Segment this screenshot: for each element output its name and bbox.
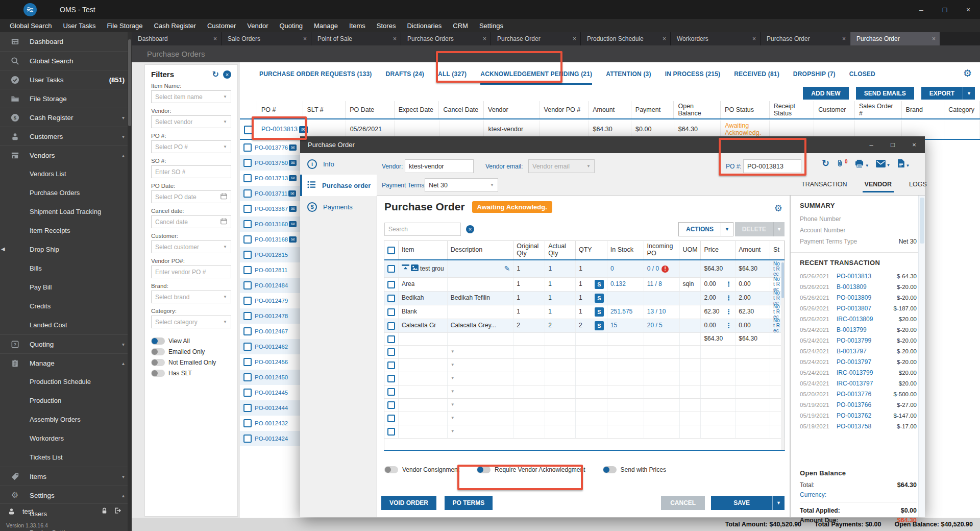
add-new-button[interactable]: ADD NEW: [803, 87, 848, 100]
row-checkbox[interactable]: [387, 281, 395, 288]
export-dropdown-caret[interactable]: ▼: [963, 87, 975, 100]
sidebar-item-production[interactable]: Production: [0, 391, 132, 410]
po-list-item-PO-0013713[interactable]: PO-0013713✉: [240, 171, 303, 186]
transaction-row-PO-0013813[interactable]: 05/26/2021PO-0013813$-64.30: [800, 271, 917, 281]
transaction-row-PO-0013807[interactable]: 05/26/2021PO-0013807$-187.00: [800, 303, 917, 313]
toggle-send-with-prices[interactable]: Send with Prices: [603, 466, 666, 473]
chevron-down-icon[interactable]: ▼: [451, 363, 455, 368]
document-tab-3[interactable]: Purchase Orders×: [401, 32, 491, 45]
po-link[interactable]: PO-0012815: [255, 252, 288, 258]
po-link[interactable]: PO-0013160: [255, 221, 288, 227]
po-link[interactable]: PO-0012424: [255, 436, 288, 442]
chevron-down-icon[interactable]: ▼: [451, 390, 455, 394]
payment-terms-select[interactable]: Net 30▼: [425, 178, 498, 192]
transaction-row-PO-0013758[interactable]: 05/19/2021PO-0013758$-17.00: [800, 421, 917, 431]
item-row-bedikah[interactable]: BedikahBedikah Tefilin111S2.00⋮2.00Not R…: [384, 292, 785, 305]
transaction-link[interactable]: PO-0013797: [837, 358, 871, 366]
row-checkbox[interactable]: [243, 404, 252, 412]
item-row-blank[interactable]: Blank111S251.57513 / 1062.30⋮62.30Not Re…: [384, 305, 785, 319]
sidebar-item-bills[interactable]: Bills: [0, 259, 132, 278]
po-link[interactable]: PO-0012445: [255, 390, 288, 396]
item-row-calacatta-gr[interactable]: Calacatta GrCalacatta Grey...222S1520 / …: [384, 319, 785, 333]
sidebar-item-tickets-list[interactable]: Tickets List: [0, 448, 132, 467]
transaction-link[interactable]: PO-0013762: [837, 412, 871, 419]
sidebar-item-cash-register[interactable]: $Cash Register▾: [0, 108, 132, 127]
transaction-link[interactable]: PO-0013776: [837, 391, 871, 398]
chevron-down-icon[interactable]: ▼: [451, 429, 455, 434]
po-link[interactable]: PO-0012811: [255, 267, 287, 273]
transaction-row-PO-0013809[interactable]: 05/26/2021PO-0013809$-20.00: [800, 292, 917, 303]
po-link[interactable]: PO-0013168: [255, 236, 288, 243]
document-tab-4[interactable]: Purchase Order×: [491, 32, 581, 45]
po-link[interactable]: PO-0012444: [255, 405, 288, 411]
status-tab-all-327-[interactable]: ALL (327): [438, 70, 467, 78]
po-list-item-PO-0012467[interactable]: PO-0012467: [240, 324, 303, 339]
menu-item-global-search[interactable]: Global Search: [4, 22, 57, 30]
po-link[interactable]: PO-0013813: [261, 126, 298, 133]
sidebar-item-global-search[interactable]: Global Search: [0, 51, 132, 70]
po-terms-button[interactable]: PO TERMS: [445, 496, 493, 510]
row-checkbox[interactable]: [387, 295, 395, 302]
po-list-item-PO-0013750[interactable]: PO-0013750✉: [240, 155, 303, 171]
modal-nav-info[interactable]: iInfo: [300, 153, 377, 175]
modal-minimize-button[interactable]: –: [861, 136, 882, 153]
po-link[interactable]: PO-0012478: [255, 313, 288, 319]
row-checkbox[interactable]: [243, 312, 252, 320]
row-checkbox[interactable]: [387, 322, 395, 330]
tab-close-icon[interactable]: ×: [663, 35, 666, 42]
chevron-down-icon[interactable]: ▼: [451, 350, 455, 354]
row-checkbox[interactable]: [387, 375, 395, 382]
radio-toggle-icon[interactable]: [151, 337, 165, 345]
po-list-item-PO-0013776[interactable]: PO-0013776✉: [240, 140, 303, 155]
toggle-switch-icon[interactable]: [477, 466, 491, 473]
sidebar-item-landed-cost[interactable]: Landed Cost: [0, 316, 132, 334]
row-checkbox[interactable]: [243, 143, 252, 152]
row-checkbox[interactable]: [243, 220, 252, 228]
transaction-link[interactable]: PO-0013809: [837, 294, 871, 301]
row-checkbox[interactable]: [387, 265, 395, 273]
send-emails-button[interactable]: SEND EMAILS: [856, 87, 914, 100]
attachment-icon[interactable]: 0: [836, 159, 848, 168]
tab-close-icon[interactable]: ×: [842, 35, 846, 42]
item-row-test-group[interactable]: test group✎11100 / 0!$64.30$64.30Not Rec: [384, 260, 785, 278]
po-list-item-PO-0013367[interactable]: PO-0013367✉: [240, 201, 303, 216]
po-list-item-PO-0012445[interactable]: PO-0012445: [240, 385, 303, 400]
row-checkbox[interactable]: [387, 361, 395, 369]
grid-settings-gear-icon[interactable]: ⚙: [963, 67, 972, 79]
status-tab-closed[interactable]: CLOSED: [849, 70, 875, 78]
transaction-link[interactable]: IRC-0013809: [837, 316, 873, 323]
tab-close-icon[interactable]: ×: [393, 35, 397, 42]
sidebar-item-vendors[interactable]: Vendors▴: [0, 146, 132, 164]
vendor-panel-scrollbar[interactable]: [918, 196, 925, 517]
po-link[interactable]: PO-0012432: [255, 420, 288, 426]
row-checkbox[interactable]: [243, 389, 252, 397]
transaction-link[interactable]: PO-0013813: [837, 273, 871, 280]
transaction-row-B-0013809[interactable]: 05/26/2021B-0013809$-20.00: [800, 281, 917, 292]
filter-cancel-date-input[interactable]: Cancel date: [151, 215, 231, 228]
row-checkbox[interactable]: [244, 126, 253, 134]
filter-po-input[interactable]: Select PO #▼: [151, 140, 231, 153]
status-tab-dropship-7-[interactable]: DROPSHIP (7): [793, 70, 836, 78]
row-checkbox[interactable]: [387, 388, 395, 396]
status-tab-in-process-215-[interactable]: IN PROCESS (215): [665, 70, 721, 78]
po-link[interactable]: PO-0012462: [255, 344, 288, 350]
document-tab-6[interactable]: Workorders×: [671, 32, 761, 45]
po-list-item-PO-0012456[interactable]: PO-0012456: [240, 354, 303, 370]
status-tab-acknowledgement-pending-21-[interactable]: ACKNOWLEDGEMENT PENDING (21): [480, 70, 592, 78]
menu-item-items[interactable]: Items: [344, 22, 371, 30]
po-list-item-PO-0013711[interactable]: PO-0013711✉: [240, 186, 303, 201]
document-tab-2[interactable]: Point of Sale×: [311, 32, 401, 45]
item-row-area[interactable]: Area111S0.13211 / 8sqin0.00⋮0.00Not Rec: [384, 278, 785, 292]
sidebar-item-vendors-list[interactable]: Vendors List: [0, 164, 132, 183]
row-checkbox[interactable]: [243, 235, 252, 244]
transaction-row-IRC-0013797[interactable]: 05/24/2021IRC-0013797$20.00: [800, 378, 917, 389]
transaction-row-PO-0013766[interactable]: 05/19/2021PO-0013766$-27.00: [800, 399, 917, 410]
void-order-button[interactable]: VOID ORDER: [381, 496, 436, 510]
po-link[interactable]: PO-0013367: [255, 206, 288, 212]
sidebar-item-item-receipts[interactable]: Item Receipts: [0, 221, 132, 240]
window-maximize-button[interactable]: □: [933, 0, 957, 19]
actions-button[interactable]: ACTIONS: [678, 222, 721, 236]
vendor-email-select[interactable]: Vendor email▼: [528, 159, 595, 173]
tab-close-icon[interactable]: ×: [752, 35, 756, 42]
sidebar-user-row[interactable]: test: [0, 503, 128, 519]
